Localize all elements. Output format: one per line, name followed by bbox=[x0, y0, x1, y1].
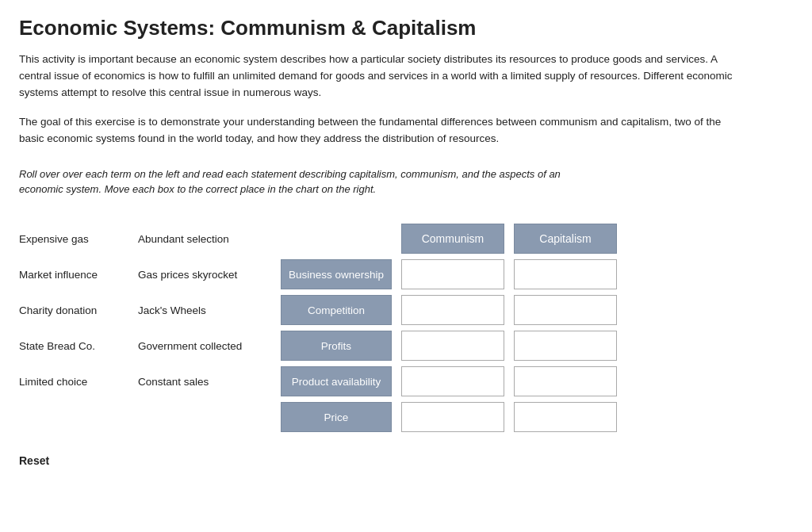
drop-capitalism-3[interactable] bbox=[514, 366, 617, 396]
middle-term-1: Gas prices skyrocket bbox=[138, 257, 265, 293]
left-term-4: Limited choice bbox=[19, 364, 122, 400]
drop-communism-1[interactable] bbox=[401, 295, 504, 325]
left-term-0: Expensive gas bbox=[19, 221, 122, 257]
goal-paragraph: The goal of this exercise is to demonstr… bbox=[19, 114, 749, 147]
chart-row-0: Business ownership bbox=[281, 257, 617, 293]
middle-term-2: Jack's Wheels bbox=[138, 293, 265, 328]
concept-box-0[interactable]: Business ownership bbox=[281, 259, 392, 289]
left-term-1: Market influence bbox=[19, 257, 122, 293]
drop-capitalism-4[interactable] bbox=[514, 402, 617, 432]
drop-capitalism-2[interactable] bbox=[514, 331, 617, 361]
intro-paragraph: This activity is important because an ec… bbox=[19, 52, 749, 101]
communism-header: Communism bbox=[401, 224, 504, 254]
drop-communism-0[interactable] bbox=[401, 259, 504, 289]
drop-capitalism-1[interactable] bbox=[514, 295, 617, 325]
concept-box-2[interactable]: Profits bbox=[281, 331, 392, 361]
concept-box-4[interactable]: Price bbox=[281, 402, 392, 432]
capitalism-header: Capitalism bbox=[514, 224, 617, 254]
chart-header-row: Communism Capitalism bbox=[281, 221, 617, 257]
chart-area: Communism Capitalism Business ownership bbox=[281, 221, 617, 435]
chart-row-1: Competition bbox=[281, 293, 617, 328]
spacer bbox=[281, 224, 392, 254]
chart-row-4: Price bbox=[281, 400, 617, 435]
concept-box-3[interactable]: Product availability bbox=[281, 366, 392, 396]
activity-area: Expensive gas Market influence Charity d… bbox=[19, 221, 793, 435]
drop-communism-3[interactable] bbox=[401, 366, 504, 396]
middle-term-0: Abundant selection bbox=[138, 221, 265, 257]
chart-column: Communism Capitalism Business ownership bbox=[281, 221, 617, 435]
concept-box-1[interactable]: Competition bbox=[281, 295, 392, 325]
page-title: Economic Systems: Communism & Capitalism bbox=[19, 16, 793, 40]
drop-communism-2[interactable] bbox=[401, 331, 504, 361]
chart-row-3: Product availability bbox=[281, 364, 617, 400]
instruction-text: Roll over over each term on the left and… bbox=[19, 166, 574, 197]
middle-term-4: Constant sales bbox=[138, 364, 265, 400]
reset-button[interactable]: Reset bbox=[19, 454, 49, 467]
chart-row-2: Profits bbox=[281, 328, 617, 364]
left-terms-column: Expensive gas Market influence Charity d… bbox=[19, 221, 122, 400]
left-term-2: Charity donation bbox=[19, 293, 122, 328]
left-term-3: State Bread Co. bbox=[19, 328, 122, 364]
drop-communism-4[interactable] bbox=[401, 402, 504, 432]
middle-terms-column: Abundant selection Gas prices skyrocket … bbox=[138, 221, 265, 400]
middle-term-3: Government collected bbox=[138, 328, 265, 364]
drop-capitalism-0[interactable] bbox=[514, 259, 617, 289]
